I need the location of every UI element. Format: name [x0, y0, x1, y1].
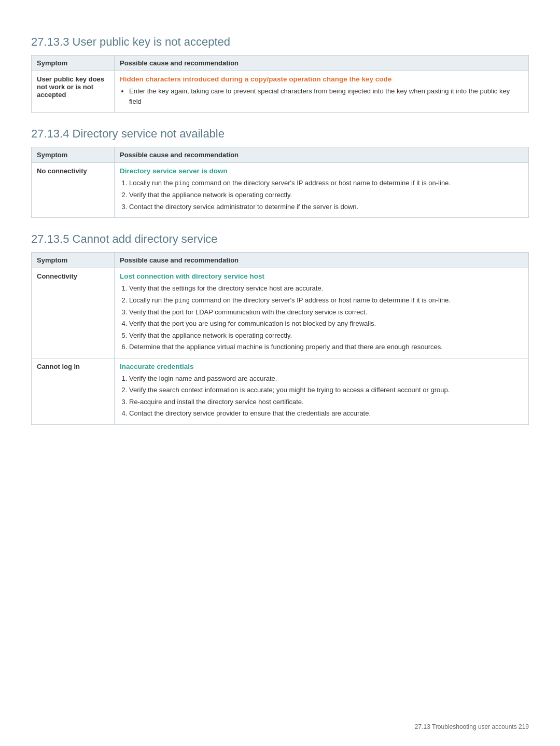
table-27-13-4: Symptom Possible cause and recommendatio…: [31, 147, 529, 218]
cause-title: Hidden characters introduced during a co…: [120, 75, 523, 83]
list-item: Enter the key again, taking care to prev…: [129, 86, 523, 106]
col-header-cause-1: Possible cause and recommendation: [115, 56, 529, 71]
list-item: Locally run the ping command on the dire…: [129, 295, 523, 306]
table-row: Connectivity Lost connection with direct…: [32, 268, 529, 358]
cause-cell: Inaccurate credentials Verify the login …: [115, 358, 529, 424]
cause-cell: Hidden characters introduced during a co…: [115, 71, 529, 113]
table-row: User public key does not work or is not …: [32, 71, 529, 113]
list-item: Re-acquire and install the directory ser…: [129, 397, 523, 407]
table-row: No connectivity Directory service server…: [32, 163, 529, 218]
col-header-cause-2: Possible cause and recommendation: [115, 147, 529, 163]
section-27-13-3: 27.13.3 User public key is not accepted …: [31, 35, 529, 113]
cause-cell: Directory service server is down Locally…: [115, 163, 529, 218]
list-item: Verify the login name and password are a…: [129, 374, 523, 384]
table-row: Cannot log in Inaccurate credentials Ver…: [32, 358, 529, 424]
list-item: Locally run the ping command on the dire…: [129, 178, 523, 188]
list-item: Verify the search context information is…: [129, 385, 523, 395]
section-27-13-5: 27.13.5 Cannot add directory service Sym…: [31, 232, 529, 425]
list-item: Contact the directory service provider t…: [129, 408, 523, 419]
symptom-cell: No connectivity: [32, 163, 115, 218]
list-item: Verify that the appliance network is ope…: [129, 190, 523, 200]
symptom-cell: User public key does not work or is not …: [32, 71, 115, 113]
section-27-13-4: 27.13.4 Directory service not available …: [31, 127, 529, 218]
col-header-symptom-2: Symptom: [32, 147, 115, 163]
section-heading-27-13-5: 27.13.5 Cannot add directory service: [31, 232, 529, 246]
section-heading-27-13-3: 27.13.3 User public key is not accepted: [31, 35, 529, 49]
col-header-cause-3: Possible cause and recommendation: [115, 253, 529, 268]
list-item: Verify that the appliance network is ope…: [129, 330, 523, 341]
symptom-cell: Connectivity: [32, 268, 115, 358]
cause-title: Lost connection with directory service h…: [120, 272, 523, 280]
cause-title: Inaccurate credentials: [120, 363, 523, 370]
table-27-13-3: Symptom Possible cause and recommendatio…: [31, 55, 529, 113]
cause-title: Directory service server is down: [120, 167, 523, 175]
page-footer: 27.13 Troubleshooting user accounts 219: [415, 723, 529, 730]
list-item: Verify that the settings for the directo…: [129, 283, 523, 294]
cause-cell: Lost connection with directory service h…: [115, 268, 529, 358]
list-item: Verify that the port for LDAP communicat…: [129, 307, 523, 317]
col-header-symptom-3: Symptom: [32, 253, 115, 268]
list-item: Contact the directory service administra…: [129, 202, 523, 212]
table-27-13-5: Symptom Possible cause and recommendatio…: [31, 252, 529, 425]
col-header-symptom-1: Symptom: [32, 56, 115, 71]
symptom-cell: Cannot log in: [32, 358, 115, 424]
list-item: Determine that the appliance virtual mac…: [129, 342, 523, 352]
list-item: Verify that the port you are using for c…: [129, 319, 523, 329]
section-heading-27-13-4: 27.13.4 Directory service not available: [31, 127, 529, 141]
